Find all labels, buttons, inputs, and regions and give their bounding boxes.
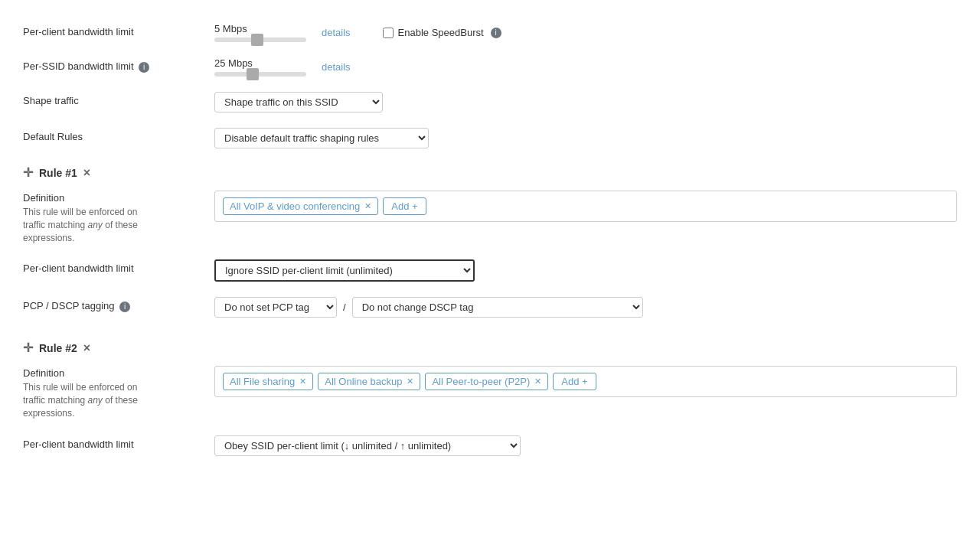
default-rules-select[interactable]: Disable default traffic shaping rules xyxy=(214,128,429,148)
rule2-def-sub4: expressions. xyxy=(23,408,74,419)
rule1-per-client-select[interactable]: Ignore SSID per-client limit (unlimited) xyxy=(214,259,475,282)
rule1-def-sub4: expressions. xyxy=(23,233,74,243)
rule2-def-sub2-em: any xyxy=(88,395,103,406)
rule2-definition-row: Definition This rule will be enforced on… xyxy=(23,358,957,427)
default-rules-label: Default Rules xyxy=(23,128,214,142)
rule1-pcp-dscp-label: PCP / DSCP tagging i xyxy=(23,297,214,312)
rule2-def-sub3: of these xyxy=(105,395,138,406)
rule2-close-icon[interactable]: × xyxy=(83,341,90,355)
rule2-per-client-label-text: Per-client bandwidth limit xyxy=(23,439,134,450)
rule1-pcp-dscp-info-icon[interactable]: i xyxy=(119,302,130,312)
rule2-add-button[interactable]: Add + xyxy=(553,373,596,390)
default-rules-row: Default Rules Disable default traffic sh… xyxy=(23,120,957,156)
speedburst-info-icon[interactable]: i xyxy=(491,28,501,38)
rule1-definition-label: Definition xyxy=(23,192,199,204)
rule1-def-sub3: of these xyxy=(105,220,138,230)
rule1-pcp-dscp-control: Do not set PCP tag / Do not change DSCP … xyxy=(214,297,957,318)
rule1-definition-label-col: Definition This rule will be enforced on… xyxy=(23,191,214,244)
per-client-bandwidth-row: Per-client bandwidth limit 5 Mbps detail… xyxy=(23,15,957,50)
speedburst-checkbox[interactable] xyxy=(383,28,394,38)
per-ssid-bandwidth-row: Per-SSID bandwidth limit i 25 Mbps detai… xyxy=(23,50,957,84)
shape-traffic-row: Shape traffic Shape traffic on this SSID xyxy=(23,84,957,120)
shape-traffic-control: Shape traffic on this SSID xyxy=(214,92,957,112)
rule1-def-sub2: traffic matching xyxy=(23,220,85,230)
rule2-def-sub2: traffic matching xyxy=(23,395,85,406)
rule2-tag-p2p: All Peer-to-peer (P2P) ✕ xyxy=(425,373,548,390)
rule2-def-sub1: This rule will be enforced on xyxy=(23,382,137,393)
per-ssid-slider-container xyxy=(214,72,306,77)
pcp-dscp-selects-row: Do not set PCP tag / Do not change DSCP … xyxy=(214,297,957,318)
rule1-tags-container: All VoIP & video conferencing ✕ Add + xyxy=(214,191,957,222)
rule1-definition-row: Definition This rule will be enforced on… xyxy=(23,183,957,252)
per-client-slider-container xyxy=(214,37,306,42)
rule1-per-client-control: Ignore SSID per-client limit (unlimited) xyxy=(214,259,957,282)
rule1-per-client-label-text: Per-client bandwidth limit xyxy=(23,262,134,274)
rule2-definition-control: All File sharing ✕ All Online backup ✕ A… xyxy=(214,366,957,397)
rule2-title: Rule #2 xyxy=(39,342,77,354)
pcp-dscp-separator: / xyxy=(343,302,346,313)
shape-traffic-label-text: Shape traffic xyxy=(23,95,79,106)
rule2-definition-label: Definition xyxy=(23,367,199,379)
rule1-definition-sub: This rule will be enforced on traffic ma… xyxy=(23,206,199,244)
per-ssid-info-icon[interactable]: i xyxy=(139,62,149,73)
rule2-tag-p2p-remove[interactable]: ✕ xyxy=(534,377,541,386)
shape-traffic-label: Shape traffic xyxy=(23,92,214,106)
rule1-header: ✛ Rule #1 × xyxy=(23,156,957,183)
rule1-def-sub1: This rule will be enforced on xyxy=(23,207,137,217)
rule2-definition-sub: This rule will be enforced on traffic ma… xyxy=(23,381,199,419)
rule1-pcp-dscp-row: PCP / DSCP tagging i Do not set PCP tag … xyxy=(23,289,957,325)
pcp-select[interactable]: Do not set PCP tag xyxy=(214,297,337,318)
rule2-tag-backup-remove[interactable]: ✕ xyxy=(407,377,413,386)
rule2-per-client-row: Per-client bandwidth limit Obey SSID per… xyxy=(23,428,957,464)
rule2-per-client-label: Per-client bandwidth limit xyxy=(23,435,214,450)
per-ssid-bandwidth-label: Per-SSID bandwidth limit i xyxy=(23,57,214,73)
per-client-bandwidth-label-text: Per-client bandwidth limit xyxy=(23,26,134,37)
per-ssid-slider-track[interactable] xyxy=(214,72,306,77)
per-ssid-bandwidth-label-text: Per-SSID bandwidth limit xyxy=(23,60,134,72)
default-rules-label-text: Default Rules xyxy=(23,131,83,142)
rule2-tag-filesharing-remove[interactable]: ✕ xyxy=(299,377,306,386)
rule1-per-client-label: Per-client bandwidth limit xyxy=(23,259,214,274)
rule1-title: Rule #1 xyxy=(39,167,77,179)
speedburst-container: Enable SpeedBurst i xyxy=(383,27,501,38)
rule2-per-client-control: Obey SSID per-client limit (↓ unlimited … xyxy=(214,435,957,456)
per-ssid-value-text: 25 Mbps xyxy=(214,57,306,69)
dscp-select[interactable]: Do not change DSCP tag xyxy=(352,297,643,318)
shape-traffic-select[interactable]: Shape traffic on this SSID xyxy=(214,92,383,112)
rule2-definition-label-col: Definition This rule will be enforced on… xyxy=(23,366,214,419)
rule1-close-icon[interactable]: × xyxy=(83,166,90,180)
per-client-details-link[interactable]: details xyxy=(322,27,351,38)
per-client-bandwidth-label: Per-client bandwidth limit xyxy=(23,23,214,37)
per-ssid-details-link[interactable]: details xyxy=(322,61,351,73)
per-client-value-text: 5 Mbps xyxy=(214,23,306,34)
rule2-tag-backup-label: All Online backup xyxy=(325,376,402,387)
per-client-slider-track[interactable] xyxy=(214,37,306,42)
rule1-def-sub2-em: any xyxy=(88,220,103,230)
rule1-tag-voip: All VoIP & video conferencing ✕ xyxy=(223,197,378,215)
per-client-slider-thumb[interactable] xyxy=(251,34,263,46)
rule2-per-client-select[interactable]: Obey SSID per-client limit (↓ unlimited … xyxy=(214,435,521,456)
rule2-tag-p2p-label: All Peer-to-peer (P2P) xyxy=(432,376,530,387)
rule1-per-client-row: Per-client bandwidth limit Ignore SSID p… xyxy=(23,252,957,289)
rule2-tag-backup: All Online backup ✕ xyxy=(318,373,420,390)
rule2-move-icon[interactable]: ✛ xyxy=(23,341,33,355)
speedburst-label: Enable SpeedBurst xyxy=(398,27,484,38)
rule2-header: ✛ Rule #2 × xyxy=(23,331,957,358)
rule2-tag-filesharing-label: All File sharing xyxy=(230,376,295,387)
default-rules-control: Disable default traffic shaping rules xyxy=(214,128,957,148)
per-client-bandwidth-value: 5 Mbps xyxy=(214,23,306,42)
per-ssid-bandwidth-control: 25 Mbps details xyxy=(214,57,957,77)
rule2-tag-filesharing: All File sharing ✕ xyxy=(223,373,313,390)
rule1-add-button[interactable]: Add + xyxy=(383,197,426,215)
rule1-pcp-dscp-label-text: PCP / DSCP tagging xyxy=(23,300,114,311)
per-ssid-slider-thumb[interactable] xyxy=(247,68,259,80)
rule1-move-icon[interactable]: ✛ xyxy=(23,165,33,180)
rule1-tag-voip-remove[interactable]: ✕ xyxy=(364,201,371,211)
rule1-tag-voip-label: All VoIP & video conferencing xyxy=(230,201,360,212)
rule2-tags-container: All File sharing ✕ All Online backup ✕ A… xyxy=(214,366,957,397)
rule1-definition-control: All VoIP & video conferencing ✕ Add + xyxy=(214,191,957,222)
per-client-bandwidth-control: 5 Mbps details Enable SpeedBurst i xyxy=(214,23,957,42)
per-ssid-bandwidth-value: 25 Mbps xyxy=(214,57,306,77)
